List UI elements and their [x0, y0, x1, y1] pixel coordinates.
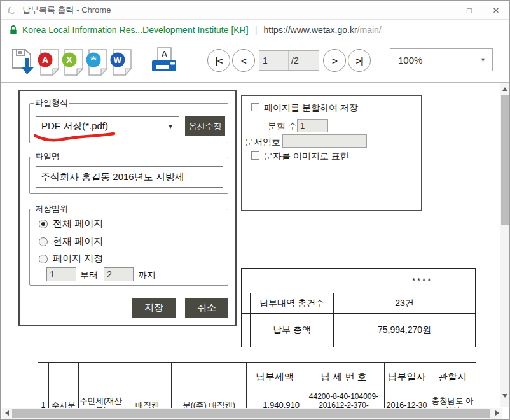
file-name-input[interactable] — [36, 166, 223, 188]
radio-icon[interactable] — [39, 220, 48, 228]
save-range-legend: 저장범위 — [34, 203, 69, 214]
url-separator: | — [255, 24, 258, 35]
range-from-label: 부터 — [80, 270, 98, 281]
header-date: 납부일자 — [385, 363, 429, 391]
svg-text:W: W — [114, 55, 122, 65]
vertical-scroll-thumb[interactable] — [501, 95, 509, 225]
lock-icon — [10, 25, 17, 35]
svg-text:ᄒ: ᄒ — [90, 55, 97, 65]
split-count-input[interactable] — [297, 119, 328, 132]
radio-label: 전체 페이지 — [53, 218, 103, 230]
print-icon[interactable]: A — [149, 46, 179, 77]
range-to-label: 까지 — [138, 270, 156, 281]
cancel-button[interactable]: 취소 — [185, 298, 228, 318]
horizontal-scrollbar[interactable] — [2, 408, 502, 419]
text-as-image-label: 문자를 이미지로 표현 — [264, 151, 349, 162]
summary-table: **** 납부내역 총건수 23건 납부 총액 75,994,270원 — [241, 268, 476, 347]
scroll-up-icon[interactable] — [502, 87, 507, 91]
export-word-icon[interactable]: W — [110, 49, 133, 77]
header-district: 관할지 — [429, 363, 476, 391]
summary-masked-cell: **** — [241, 268, 476, 293]
radio-label: 현재 페이지 — [53, 235, 103, 248]
split-options-panel: 페이지를 분할하여 저장 분할 수 : 문서암호 : 문자를 이미지로 표현 — [241, 95, 422, 211]
radio-icon[interactable] — [39, 255, 48, 263]
first-page-button[interactable]: |< — [207, 49, 230, 72]
summary-total-value: 75,994,270원 — [334, 314, 475, 347]
taxno-line1: 44200-8-40-104009- — [309, 393, 378, 402]
zoom-select[interactable]: 100% — [390, 48, 493, 71]
last-page-icon: >| — [356, 55, 363, 66]
page-number-input[interactable] — [259, 51, 289, 70]
url-path-text: /main/ — [357, 25, 382, 35]
save-icon[interactable] — [11, 48, 36, 77]
window-icon — [8, 5, 17, 15]
close-button[interactable]: ✕ — [483, 1, 509, 20]
export-pdf-icon[interactable]: A — [38, 49, 60, 77]
prev-page-icon: < — [241, 55, 246, 66]
vertical-scrollbar[interactable] — [500, 83, 509, 407]
export-excel-icon[interactable]: X — [62, 49, 85, 77]
file-format-legend: 파일형식 — [34, 97, 69, 109]
password-label: 문서암호 : — [245, 137, 286, 148]
next-page-button[interactable]: > — [323, 49, 346, 72]
modify-options-button[interactable]: 옵션수정 — [185, 116, 225, 136]
scroll-right-icon[interactable] — [495, 410, 499, 416]
summary-count-label: 납부내역 총건수 — [251, 293, 334, 313]
range-to-input[interactable] — [104, 267, 134, 281]
popup-window: 납부목록 출력 - Chrome – □ ✕ Korea Local Infor… — [0, 0, 510, 420]
last-page-button[interactable]: >| — [348, 49, 371, 72]
horizontal-scroll-thumb[interactable] — [12, 409, 490, 418]
summary-count-value: 23건 — [334, 293, 475, 313]
page-total-label: /2 — [289, 51, 319, 70]
file-format-value: PDF 저장(*.pdf) — [36, 120, 167, 132]
export-hwp-icon[interactable]: ᄒ — [86, 49, 109, 77]
masked-value: **** — [412, 276, 432, 286]
save-dialog: 파일형식 PDF 저장(*.pdf) 옵션수정 파일명 저장범위 전체 페이지 … — [18, 90, 237, 326]
radio-current-page[interactable]: 현재 페이지 — [39, 235, 103, 248]
header-amount: 납부세액 — [247, 363, 303, 391]
minimize-button[interactable]: – — [429, 1, 456, 20]
first-page-icon: |< — [216, 55, 223, 66]
svg-text:X: X — [66, 55, 72, 65]
svg-text:A: A — [42, 55, 48, 65]
password-input[interactable] — [282, 134, 367, 148]
window-title: 납부목록 출력 - Chrome — [22, 4, 111, 16]
scroll-left-icon[interactable] — [5, 410, 9, 416]
viewer-toolbar: A X ᄒ W A |< < — [1, 40, 509, 83]
summary-row-total: 납부 총액 75,994,270원 — [241, 314, 476, 347]
range-from-input[interactable] — [46, 267, 76, 281]
split-pages-label: 페이지를 분할하여 저장 — [264, 102, 358, 114]
save-button[interactable]: 저장 — [132, 298, 176, 318]
certificate-badge[interactable]: Korea Local Information Res...Developmen… — [22, 25, 249, 35]
address-bar: Korea Local Information Res...Developmen… — [1, 20, 509, 39]
scroll-down-icon[interactable] — [502, 394, 507, 398]
summary-total-label: 납부 총액 — [251, 314, 334, 347]
svg-text:A: A — [162, 49, 168, 59]
radio-page-range[interactable]: 페이지 지정 — [39, 253, 103, 265]
maximize-button[interactable]: □ — [456, 1, 483, 20]
prev-page-button[interactable]: < — [232, 49, 255, 72]
title-bar: 납부목록 출력 - Chrome – □ ✕ — [1, 1, 509, 20]
summary-row-count: 납부내역 총건수 23건 — [241, 293, 476, 314]
file-name-legend: 파일명 — [34, 151, 61, 162]
split-pages-checkbox[interactable] — [251, 103, 259, 111]
header-taxno: 납 세 번 호 — [303, 363, 385, 391]
file-format-select[interactable]: PDF 저장(*.pdf) — [36, 116, 179, 136]
page-number-box: /2 — [259, 50, 319, 71]
radio-all-pages[interactable]: 전체 페이지 — [39, 218, 103, 230]
table-header-row: 납부세액 납 세 번 호 납부일자 관할지 — [38, 363, 476, 391]
zoom-value: 100% — [390, 55, 480, 66]
next-page-icon: > — [332, 55, 337, 66]
url-text: https://www.wetax.go.kr — [264, 25, 357, 35]
radio-icon[interactable] — [39, 237, 48, 246]
radio-label: 페이지 지정 — [53, 253, 103, 265]
text-as-image-checkbox[interactable] — [251, 151, 259, 160]
